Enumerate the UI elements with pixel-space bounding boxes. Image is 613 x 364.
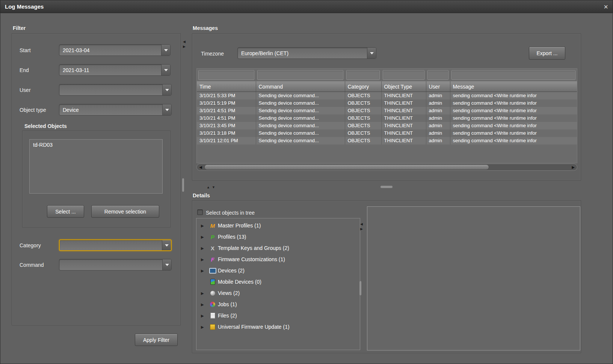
tree-item[interactable]: ▶Template Keys and Groups (2)	[196, 242, 360, 254]
table-filter-row	[197, 69, 577, 82]
selected-object-item[interactable]: td-RD03	[30, 140, 162, 149]
column-header[interactable]: Object Type	[381, 82, 426, 92]
timezone-combobox[interactable]: Europe/Berlin (CET)	[237, 47, 376, 59]
tree-item[interactable]: ▶Master Profiles (1)	[196, 220, 360, 231]
chevron-down-icon[interactable]	[161, 45, 170, 56]
log-messages-window: Log Messages × Filter Start 2021-03-04 E…	[0, 0, 613, 364]
table-cell: admin	[426, 122, 450, 129]
end-date-field[interactable]: 2021-03-11	[59, 64, 171, 76]
column-header[interactable]: User	[426, 82, 450, 92]
table-row[interactable]: 3/10/21 12:01 PMSending device command..…	[197, 137, 577, 144]
horizontal-splitter-handle[interactable]	[380, 186, 393, 188]
expand-arrow-icon[interactable]: ▶	[201, 224, 208, 228]
column-filter-input[interactable]	[383, 70, 424, 80]
chevron-down-icon[interactable]	[162, 240, 171, 250]
select-objects-checkbox[interactable]	[197, 209, 203, 215]
object-type-combobox[interactable]: Device	[59, 104, 172, 116]
expand-arrow-icon[interactable]: ▶	[201, 269, 208, 273]
tree-item[interactable]: ▶Devices (2)	[196, 265, 360, 276]
expand-down-icon[interactable]: ▼	[212, 186, 215, 189]
table-row[interactable]: 3/10/21 3:18 PMSending device command...…	[197, 129, 577, 137]
collapse-up-icon[interactable]: ▲	[207, 186, 210, 189]
column-filter-input[interactable]	[198, 70, 254, 80]
user-combobox[interactable]	[59, 84, 172, 96]
expand-arrow-icon[interactable]: ▶	[201, 325, 208, 329]
chevron-down-icon[interactable]	[162, 84, 171, 95]
tree-item[interactable]: ▶Profiles (13)	[196, 231, 360, 242]
table-cell: THINCLIENT	[381, 137, 426, 144]
command-combobox[interactable]	[59, 259, 172, 271]
tree-item[interactable]: ▶Views (2)	[196, 287, 360, 299]
expand-arrow-icon[interactable]: ▶	[201, 235, 208, 239]
vertical-splitter-handle[interactable]	[182, 178, 184, 192]
table-cell: sending command <Write runtime infor	[450, 137, 577, 144]
expand-arrow-icon[interactable]: ▶	[201, 291, 208, 295]
tree-item-label: Template Keys and Groups (2)	[218, 245, 289, 251]
collapse-tree-left-icon[interactable]: ◀	[360, 223, 363, 226]
details-splitter-handle[interactable]	[359, 281, 361, 295]
window-title: Log Messages	[5, 3, 44, 10]
table-cell: sending command <Write runtime infor	[450, 114, 577, 122]
export-button[interactable]: Export ...	[529, 47, 565, 60]
chevron-down-icon[interactable]	[162, 104, 171, 115]
start-date-field[interactable]: 2021-03-04	[59, 44, 171, 56]
expand-tree-right-icon[interactable]: ▶	[360, 227, 363, 231]
column-header[interactable]: Command	[256, 82, 345, 92]
apply-filter-button[interactable]: Apply Filter	[135, 334, 178, 346]
select-button[interactable]: Select ...	[47, 205, 84, 218]
tree-item[interactable]: ▶Jobs (1)	[196, 299, 360, 310]
tree-item-label: Devices (2)	[218, 268, 245, 274]
table-filter-cell	[381, 69, 426, 82]
scroll-left-icon[interactable]: ◀	[198, 165, 203, 170]
tree-item-label: Universal Firmware Update (1)	[218, 324, 290, 330]
table-cell: THINCLIENT	[381, 92, 426, 100]
column-filter-input[interactable]	[257, 70, 343, 80]
expand-right-icon[interactable]: ▶	[183, 45, 186, 48]
tree-item[interactable]: ▶Files (2)	[196, 310, 360, 321]
details-text-panel	[367, 206, 580, 350]
tree-item[interactable]: ▶Universal Firmware Update (1)	[196, 321, 360, 332]
table-row[interactable]: 3/10/21 4:51 PMSending device command...…	[197, 114, 577, 122]
jobs-icon	[208, 301, 217, 308]
table-row[interactable]: 3/10/21 5:33 PMSending device command...…	[197, 92, 577, 100]
remove-selection-button[interactable]: Remove selection	[91, 205, 159, 218]
object-type-label: Object type	[20, 107, 46, 113]
table-cell: Sending device command...	[256, 107, 345, 114]
column-filter-input[interactable]	[427, 70, 448, 80]
end-label: End	[20, 67, 29, 73]
table-row[interactable]: 3/10/21 4:51 PMSending device command...…	[197, 107, 577, 114]
tree-item[interactable]: ▶Firmware Customizations (1)	[196, 254, 360, 265]
expand-arrow-icon[interactable]: ▶	[201, 246, 208, 250]
column-header[interactable]: Time	[197, 82, 256, 92]
chevron-down-icon[interactable]	[367, 48, 376, 59]
category-label: Category	[20, 242, 41, 248]
selected-objects-list[interactable]: td-RD03	[29, 139, 163, 194]
column-header[interactable]: Category	[345, 82, 381, 92]
expand-arrow-icon[interactable]: ▶	[201, 257, 208, 262]
column-filter-input[interactable]	[346, 70, 380, 80]
messages-table-container: TimeCommandCategoryObject TypeUserMessag…	[196, 68, 577, 163]
selected-objects-title: Selected Objects	[24, 123, 67, 129]
category-combobox[interactable]	[59, 239, 172, 251]
collapse-left-icon[interactable]: ◀	[183, 40, 186, 44]
details-tree[interactable]: ▶Master Profiles (1)▶Profiles (13)▶Templ…	[196, 218, 360, 350]
expand-arrow-icon[interactable]: ▶	[201, 314, 208, 318]
table-cell: THINCLIENT	[381, 129, 426, 137]
scroll-right-icon[interactable]: ▶	[571, 165, 576, 170]
horizontal-scrollbar[interactable]: ◀ ▶	[196, 164, 577, 171]
chevron-down-icon[interactable]	[162, 259, 171, 270]
scrollbar-thumb[interactable]	[204, 164, 489, 170]
table-cell: 3/10/21 5:33 PM	[197, 92, 256, 100]
chevron-down-icon[interactable]	[161, 65, 170, 75]
devices-icon	[208, 267, 217, 274]
expand-arrow-icon[interactable]: ▶	[201, 302, 208, 307]
close-icon[interactable]: ×	[604, 3, 608, 11]
column-header[interactable]: Message	[450, 82, 577, 92]
table-row[interactable]: 3/10/21 5:19 PMSending device command...…	[197, 99, 577, 107]
table-cell: sending command <Write runtime infor	[450, 92, 577, 100]
table-cell: THINCLIENT	[381, 99, 426, 107]
table-row[interactable]: 3/10/21 3:45 PMSending device command...…	[197, 122, 577, 129]
tree-item[interactable]: Mobile Devices (0)	[196, 276, 360, 287]
column-filter-input[interactable]	[451, 70, 575, 80]
table-cell: Sending device command...	[256, 137, 345, 144]
